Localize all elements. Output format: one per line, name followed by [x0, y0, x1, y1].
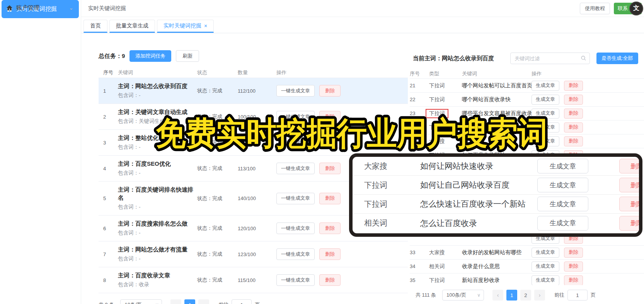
- delete-button[interactable]: 删除: [319, 274, 341, 286]
- task-main-word: 主词：关键词文章自动生成: [118, 108, 197, 116]
- generate-article-button[interactable]: 生成文章: [532, 262, 559, 272]
- row-index: 25: [410, 138, 429, 144]
- generate-article-button[interactable]: 生成文章: [532, 136, 559, 146]
- tab[interactable]: 首页 ×: [83, 20, 107, 33]
- generate-article-button[interactable]: 生成文章: [537, 197, 588, 211]
- generate-article-button[interactable]: 生成文章: [532, 248, 559, 258]
- generate-article-button[interactable]: 一键生成文章: [276, 137, 315, 148]
- keyword-filter-input[interactable]: [510, 53, 590, 64]
- task-status: 状态：完成: [197, 225, 238, 232]
- table-row[interactable]: 8 主词：百度收录文章 包含词：收录 状态：完成 115/100 一键生成文章 …: [99, 267, 408, 293]
- delete-button[interactable]: 删除: [319, 111, 341, 122]
- generate-article-button[interactable]: 生成文章: [532, 122, 559, 132]
- generate-article-button[interactable]: 一键生成文章: [276, 248, 315, 260]
- keywords-table-header: 序号 类型 关键词 操作: [410, 69, 644, 79]
- page-size-value: 100条/页: [446, 292, 466, 299]
- col-no: 序号: [99, 69, 118, 76]
- page-size-select[interactable]: 100条/页 ∨: [442, 290, 484, 301]
- table-row[interactable]: 25 大家搜 生成文章 删除: [410, 134, 644, 148]
- generate-article-button[interactable]: 生成文章: [532, 275, 559, 285]
- table-row[interactable]: 34 相关词 收录是什么意思 生成文章 删除: [410, 260, 644, 273]
- next-page-button[interactable]: ›: [198, 299, 209, 304]
- delete-button[interactable]: 删除: [564, 109, 583, 119]
- refresh-button[interactable]: 刷新: [176, 50, 199, 62]
- prev-page-button[interactable]: ‹: [492, 290, 503, 301]
- generate-article-button[interactable]: 一键生成文章: [276, 274, 315, 286]
- table-row[interactable]: 21 下拉词 哪个网站发帖可以上百度首页 生成文章 删除: [410, 79, 644, 93]
- delete-button[interactable]: 删除: [319, 193, 341, 204]
- table-row[interactable]: 35 下拉词 新站百度秒收录 生成文章 删除: [410, 273, 644, 285]
- generate-article-button[interactable]: 生成文章: [537, 159, 588, 173]
- row-index: 24: [410, 124, 429, 130]
- next-page-button[interactable]: ›: [534, 290, 545, 301]
- generate-article-button[interactable]: 一键生成文章: [276, 222, 315, 234]
- task-count: 123/100: [238, 251, 276, 257]
- table-row[interactable]: 3 主词：整站优化 包含词：- 状态：完成 一键生成文章 删除: [99, 130, 408, 156]
- delete-button[interactable]: 删除: [319, 163, 341, 174]
- delete-button[interactable]: 删除: [564, 262, 583, 272]
- tab[interactable]: 实时关键词挖掘 ×: [157, 20, 214, 33]
- delete-button[interactable]: 删除: [564, 275, 583, 285]
- delete-button[interactable]: 删除: [619, 216, 642, 231]
- task-status: 状态：完成: [197, 87, 238, 94]
- delete-button[interactable]: 删除: [319, 137, 341, 148]
- delete-button[interactable]: 删除: [564, 95, 583, 105]
- generate-article-button[interactable]: 生成文章: [537, 216, 588, 231]
- delete-button[interactable]: 删除: [564, 248, 583, 258]
- generate-article-button[interactable]: 一键生成文章: [276, 193, 315, 204]
- delete-button[interactable]: 删除: [564, 122, 583, 132]
- goto-page-input[interactable]: [232, 299, 252, 304]
- generate-all-button[interactable]: 是否生成:全部: [596, 53, 638, 64]
- page-number-button[interactable]: 1: [506, 290, 517, 301]
- table-row[interactable]: 7 主词：网站怎么做才有流量 包含词：- 状态：完成 123/100 一键生成文…: [99, 241, 408, 267]
- task-main-word: 主词：网站怎么收录到百度: [118, 82, 197, 90]
- generate-article-button[interactable]: 一键生成文章: [276, 85, 315, 97]
- keyword-type: 相关词: [364, 218, 387, 228]
- delete-button[interactable]: 删除: [619, 178, 642, 192]
- keyword-type: 相关词: [429, 263, 462, 270]
- generate-article-button[interactable]: 生成文章: [532, 81, 559, 91]
- delete-button[interactable]: 删除: [319, 222, 341, 234]
- task-actions: 一键生成文章 删除: [276, 111, 408, 122]
- table-row[interactable]: 2 主词：关键词文章自动生成 包含词：关键词生成 状态：完成 100/100 一…: [99, 104, 408, 130]
- page-number-button[interactable]: 1: [184, 299, 195, 304]
- contact-button[interactable]: 联系 文: [614, 3, 642, 14]
- delete-button[interactable]: 删除: [564, 81, 583, 91]
- page-number-button[interactable]: 2: [520, 290, 531, 301]
- delete-button[interactable]: 删除: [319, 248, 341, 260]
- row-index: 5: [99, 195, 118, 201]
- tab[interactable]: 批量文章生成 ×: [109, 20, 155, 33]
- page-size-select[interactable]: 10条/页 ∨: [120, 299, 162, 304]
- delete-button[interactable]: 删除: [619, 197, 642, 211]
- task-keyword-cell: 主词：百度搜索排名怎么做 包含词：-: [118, 219, 197, 237]
- task-include-word: 包含词：-: [118, 229, 197, 237]
- sidebar-item[interactable]: 账户管理 ⌄: [2, 0, 79, 15]
- table-row[interactable]: 22 下拉词 哪个网站百度收录快 生成文章 删除: [410, 93, 644, 107]
- add-task-button[interactable]: 添加挖词任务: [129, 50, 171, 62]
- col-status: 状态: [197, 69, 238, 76]
- generate-article-button[interactable]: 生成文章: [532, 109, 559, 119]
- task-status: 状态：完成: [197, 251, 238, 258]
- delete-button[interactable]: 删除: [319, 85, 341, 97]
- close-icon[interactable]: ×: [204, 23, 207, 29]
- generate-article-button[interactable]: 生成文章: [537, 178, 588, 192]
- generate-article-button[interactable]: 生成文章: [532, 95, 559, 105]
- table-row[interactable]: 33 大家搜 收录好的发帖网站有哪些 生成文章 删除: [410, 246, 644, 260]
- generate-article-button[interactable]: 一键生成文章: [276, 111, 315, 122]
- generate-article-button[interactable]: 一键生成文章: [276, 163, 315, 174]
- task-include-word: 包含词：-: [118, 169, 197, 177]
- task-count: 115/100: [238, 277, 276, 283]
- table-row[interactable]: 23 下拉词 哪些平台发文容易被百度收录 生成文章 删除: [410, 107, 644, 121]
- goto-page-input[interactable]: [567, 290, 588, 301]
- keywords-pagination: 共 111 条 100条/页 ∨ ‹ 12 › 前往 页: [392, 290, 644, 301]
- tutorial-button[interactable]: 使用教程: [580, 3, 610, 14]
- delete-button[interactable]: 删除: [564, 136, 583, 146]
- keyword-actions: 生成文章 删除: [532, 95, 644, 105]
- keyword-type-value: 下拉词: [429, 124, 445, 130]
- task-keyword-cell: 主词：网站怎么收录到百度 包含词：-: [118, 82, 197, 100]
- table-row[interactable]: 1 主词：网站怎么收录到百度 包含词：- 状态：完成 112/100 一键生成文…: [99, 78, 408, 104]
- prev-page-button[interactable]: ‹: [170, 299, 181, 304]
- keyword-type: 大家搜: [429, 249, 462, 256]
- delete-button[interactable]: 删除: [619, 159, 642, 173]
- table-row[interactable]: 24 下拉词 生成文章 删除: [410, 121, 644, 134]
